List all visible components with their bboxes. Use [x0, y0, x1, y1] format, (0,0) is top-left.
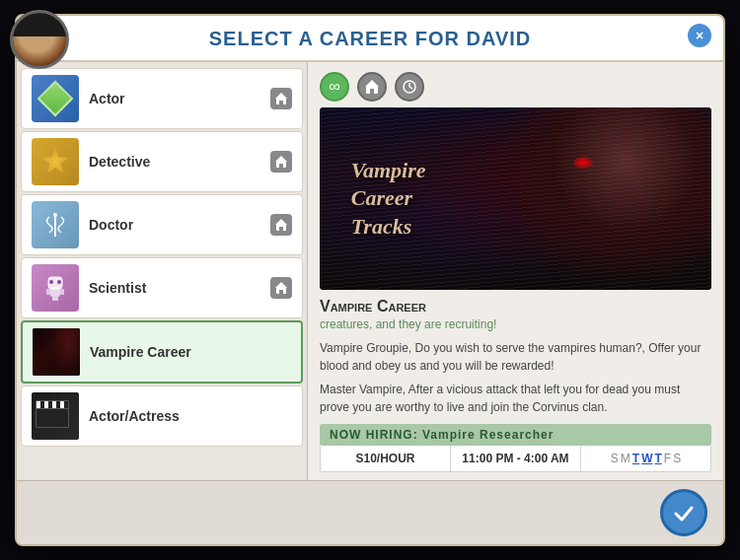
robot-icon [40, 273, 70, 303]
avatar-face [13, 13, 66, 66]
svg-rect-16 [60, 289, 64, 295]
hiring-details: S10/HOUR 11:00 PM - 4:00 AM S M T W T F … [320, 446, 711, 472]
svg-marker-4 [275, 156, 287, 162]
hiring-days: S M T W T F S [581, 446, 710, 471]
clapboard-img [32, 392, 79, 440]
career-item-actress[interactable]: Actor/Actress [21, 385, 303, 447]
doctor-icon [32, 201, 79, 248]
actor-icon [32, 75, 79, 122]
modal-body: Actor Detective [17, 62, 723, 480]
diamond-shape [37, 81, 74, 117]
vampire-image-line2: Career [351, 184, 426, 213]
vampire-text-overlay: Vampire Career Tracks [351, 157, 426, 242]
hiring-pay: S10/HOUR [321, 446, 451, 471]
modal-footer [17, 480, 723, 544]
career-name-doctor: Doctor [89, 217, 266, 233]
detail-career-name: Vampire Career [320, 298, 711, 315]
career-item-detective[interactable]: Detective [21, 131, 303, 192]
day-M: M [621, 452, 630, 465]
house-icon-3 [274, 218, 288, 232]
avatar-hair [13, 13, 66, 36]
clapboard-top [37, 401, 68, 409]
house-icon-4 [274, 281, 288, 295]
filter-icons: ∞ [308, 62, 723, 107]
filter-time-button[interactable] [395, 72, 424, 102]
day-S2: S [673, 452, 681, 465]
house-icon-2 [274, 155, 288, 169]
now-hiring-bar: Now Hiring: Vampire researcher [320, 424, 711, 446]
svg-rect-10 [279, 227, 283, 231]
badge-shape [40, 147, 70, 176]
actress-icon [32, 392, 79, 440]
vampire-img-thumb [33, 328, 80, 376]
doctor-info-icon[interactable] [270, 214, 292, 236]
svg-marker-23 [365, 80, 379, 87]
svg-rect-2 [279, 101, 283, 105]
clapboard [36, 400, 69, 428]
detective-info-icon[interactable] [270, 151, 292, 173]
detective-icon [32, 138, 79, 185]
actor-info-icon[interactable] [270, 88, 292, 109]
career-name-vampire: Vampire Career [90, 344, 291, 360]
svg-rect-14 [50, 287, 60, 297]
svg-rect-21 [279, 290, 283, 294]
vampire-image-line1: Vampire [351, 157, 426, 185]
vampire-image-line3: Tracks [351, 213, 426, 242]
day-T2: T [654, 452, 661, 465]
caduceus-icon [41, 211, 69, 239]
filter-all-button[interactable]: ∞ [320, 72, 349, 102]
owned-filter-icon [364, 79, 380, 95]
hiring-hours: 11:00 PM - 4:00 AM [451, 446, 581, 471]
confirm-button[interactable] [660, 489, 707, 536]
career-item-actor[interactable]: Actor [21, 68, 303, 129]
day-F: F [664, 452, 671, 465]
scientist-info-icon[interactable] [270, 277, 292, 299]
modal-title: Select a Career for David [209, 28, 532, 49]
career-item-doctor[interactable]: Doctor [21, 194, 303, 255]
career-item-scientist[interactable]: Scientist [21, 257, 303, 318]
svg-line-27 [409, 87, 412, 89]
career-detail-content: Vampire Career creatures, and they are r… [308, 290, 723, 480]
svg-point-12 [49, 280, 53, 284]
career-item-vampire[interactable]: Vampire Career [21, 320, 303, 384]
detail-tagline: creatures, and they are recruiting! [320, 317, 711, 331]
detail-description-1: Vampire Groupie, Do you wish to serve th… [320, 339, 711, 375]
close-button[interactable]: × [688, 24, 711, 47]
svg-marker-1 [275, 93, 287, 99]
house-icon [274, 92, 288, 105]
scientist-icon [32, 264, 79, 312]
now-hiring-label: Now Hiring: [330, 428, 418, 442]
clock-filter-icon [402, 79, 417, 95]
svg-point-7 [53, 213, 57, 217]
career-name-detective: Detective [89, 154, 266, 170]
career-name-actress: Actor/Actress [89, 408, 292, 424]
career-detail-panel: ∞ [308, 62, 723, 480]
day-W: W [641, 452, 652, 465]
svg-point-13 [57, 280, 61, 284]
checkmark-icon [673, 502, 695, 524]
now-hiring-position: Vampire researcher [422, 428, 554, 442]
career-name-actor: Actor [89, 91, 266, 106]
avatar [10, 10, 69, 69]
career-modal: Select a Career for David × Actor [15, 14, 725, 546]
vampire-background: Vampire Career Tracks [320, 107, 711, 290]
day-T1: T [632, 452, 639, 465]
career-image: Vampire Career Tracks [320, 107, 711, 290]
modal-header: Select a Career for David × [17, 16, 723, 62]
svg-marker-20 [275, 282, 287, 288]
career-name-scientist: Scientist [89, 280, 266, 296]
day-S1: S [611, 452, 619, 465]
filter-owned-button[interactable] [357, 72, 387, 102]
career-list: Actor Detective [17, 62, 308, 480]
svg-rect-24 [370, 89, 374, 94]
svg-marker-9 [275, 219, 287, 225]
modal-overlay: Select a Career for David × Actor [0, 0, 740, 560]
detail-description-2: Master Vampire, After a vicious attack t… [320, 381, 711, 416]
svg-rect-18 [55, 297, 58, 301]
svg-rect-17 [52, 297, 55, 301]
svg-rect-15 [46, 289, 50, 295]
vampire-career-icon [33, 328, 80, 376]
svg-rect-5 [279, 164, 283, 168]
days-display: S M T W T F S [591, 452, 701, 465]
